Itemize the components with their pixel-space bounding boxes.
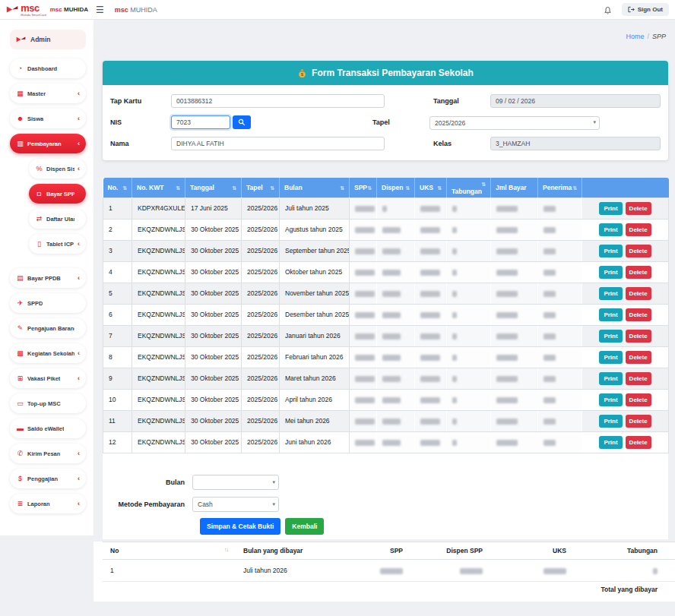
cell-tanggal: 30 Oktober 2025	[185, 261, 242, 283]
sidebar-item-penggajian[interactable]: $ Penggajian ‹	[10, 469, 86, 488]
cell-actions: PrintDelete	[582, 283, 669, 304]
sort-icon: ⇅	[176, 185, 180, 191]
sidebar-item-vakasi-piket[interactable]: ⊞ Vakasi Piket ‹	[10, 368, 86, 388]
print-button[interactable]: Print	[599, 436, 622, 449]
sidebar-item-laporan[interactable]: ≣ Laporan ‹	[10, 494, 86, 513]
print-button[interactable]: Print	[599, 266, 622, 279]
col-header-penerima[interactable]: ⇅Penerima	[538, 178, 582, 197]
print-button[interactable]: Print	[599, 351, 622, 364]
col-header-dispen[interactable]: ⇅Dispen	[377, 178, 415, 197]
sign-out-button[interactable]: Sign Out	[622, 3, 669, 16]
tapel-label: Tapel	[372, 118, 429, 126]
print-button[interactable]: Print	[599, 287, 622, 300]
cell-no: 4	[103, 261, 132, 283]
cell-no: 1	[103, 197, 132, 219]
sidebar-item-sppd[interactable]: ✈ SPPD ‹	[10, 293, 86, 313]
col-header-tapel[interactable]: ⇅Tapel	[242, 178, 280, 197]
hamburger-menu-icon[interactable]: ☰	[96, 5, 104, 15]
cell-no: 6	[103, 304, 132, 325]
cell-actions: PrintDelete	[582, 346, 669, 368]
sidebar-item-saldo-ewallet[interactable]: ▬ Saldo eWallet ‹	[10, 419, 86, 438]
cell-dispen-redacted	[377, 261, 415, 283]
delete-button[interactable]: Delete	[626, 245, 651, 257]
tapel-select[interactable]: 2025/2026	[429, 116, 600, 130]
cell-penerima-redacted	[538, 346, 582, 368]
delete-button[interactable]: Delete	[626, 202, 651, 215]
cell-bulan: November tahun 2025	[280, 283, 350, 304]
cell-tabungan-redacted	[447, 240, 491, 261]
cell-tanggal: 30 Oktober 2025	[185, 346, 242, 368]
sidebar-item-pembayaran[interactable]: ▥ Pembayaran ‹	[10, 134, 86, 153]
print-button[interactable]: Print	[599, 415, 622, 428]
cell-tanggal: 30 Oktober 2025	[185, 283, 242, 304]
sidebar-item-master[interactable]: ▦ Master ‹	[10, 84, 86, 103]
print-button[interactable]: Print	[599, 245, 622, 257]
cell-tanggal: 30 Oktober 2025	[185, 325, 242, 346]
sidebar-item-tablet-icp[interactable]: ▯ Tablet ICP ‹	[29, 234, 86, 254]
sidebar-item-dispen-siswa[interactable]: % Dispen Siswa ‹	[29, 159, 86, 178]
repeat-icon: ⇄	[35, 215, 43, 223]
cell-kwt: EKQZNDWNLJSR	[132, 325, 185, 346]
save-print-button[interactable]: Simpan & Cetak Bukti	[200, 518, 280, 535]
bulan-select[interactable]	[192, 475, 279, 490]
cell-tapel: 2025/2026	[242, 431, 280, 453]
delete-button[interactable]: Delete	[626, 308, 651, 321]
chevron-left-icon: ‹	[78, 475, 80, 482]
sidebar-item-daftar-ulang[interactable]: ⇄ Daftar Ulang ‹	[29, 209, 86, 229]
print-button[interactable]: Print	[599, 223, 622, 236]
sidebar-item-top-up-msc[interactable]: ▭ Top-up MSC ‹	[10, 393, 86, 413]
cell-spp-redacted	[350, 346, 377, 368]
delete-button[interactable]: Delete	[626, 223, 651, 236]
print-button[interactable]: Print	[599, 202, 622, 215]
col-header-uks[interactable]: ⇅UKS	[415, 178, 447, 197]
delete-button[interactable]: Delete	[626, 415, 651, 428]
col-header-bulan[interactable]: ⇅Bulan	[280, 178, 350, 197]
col-header-tabungan[interactable]: ⇅Tabungan	[447, 178, 491, 197]
nama-input[interactable]	[171, 137, 385, 150]
nis-input[interactable]	[171, 115, 230, 129]
print-button[interactable]: Print	[599, 372, 622, 385]
delete-button[interactable]: Delete	[626, 287, 651, 300]
cell-penerima-redacted	[538, 240, 582, 261]
tap-kartu-input[interactable]	[171, 94, 385, 108]
col-header-no[interactable]: ⇅No.	[103, 178, 132, 197]
report-icon: ≣	[16, 500, 24, 507]
cell-no: 11	[103, 410, 132, 431]
sidebar-item-bayar-spp[interactable]: ◘ Bayar SPP ‹	[29, 184, 86, 204]
nis-search-button[interactable]	[233, 115, 251, 129]
sum-col-no[interactable]: ↑↓No	[103, 542, 236, 560]
col-header-jml-bayar[interactable]: Jml Bayar	[491, 178, 538, 197]
app-logo[interactable]: msc Muhida SmartCard msc MUHIDA	[0, 3, 88, 17]
delete-button[interactable]: Delete	[626, 372, 651, 385]
delete-button[interactable]: Delete	[626, 436, 651, 449]
sidebar-item-bayar-ppdb[interactable]: ▤ Bayar PPDB ‹	[10, 268, 86, 288]
sort-icon: ⇅	[405, 185, 410, 191]
back-button[interactable]: Kembali	[285, 518, 324, 535]
delete-button[interactable]: Delete	[626, 393, 651, 406]
notification-bell-icon[interactable]	[604, 5, 612, 14]
chevron-left-icon: ‹	[78, 501, 80, 507]
metode-pembayaran-select[interactable]: Cash	[192, 497, 279, 512]
col-header-no-kwt[interactable]: ⇅No. KWT	[132, 178, 185, 197]
delete-button[interactable]: Delete	[626, 351, 651, 364]
col-header-tanggal[interactable]: ⇅Tanggal	[185, 178, 242, 197]
sidebar-profile[interactable]: Admin	[10, 30, 86, 49]
delete-button[interactable]: Delete	[626, 266, 651, 279]
cell-jml-bayar-redacted	[491, 240, 538, 261]
cell-dispen-redacted	[377, 240, 415, 261]
print-button[interactable]: Print	[599, 393, 622, 406]
msc-ribbon-icon	[16, 36, 26, 43]
sidebar-item-pengajuan-barang[interactable]: ✎ Pengajuan Barang ‹	[10, 318, 86, 338]
delete-button[interactable]: Delete	[626, 330, 651, 343]
sidebar-item-siswa[interactable]: ☻ Siswa ‹	[10, 109, 86, 128]
cell-kwt: KDPXR4GXULEL	[132, 197, 185, 219]
cell-dispen-redacted	[377, 410, 415, 431]
cell-uks-redacted	[415, 410, 447, 431]
sidebar-item-kirim-pesan[interactable]: ✆ Kirim Pesan ‹	[10, 444, 86, 463]
breadcrumb-home-link[interactable]: Home	[626, 33, 644, 40]
print-button[interactable]: Print	[599, 308, 622, 321]
col-header-spp[interactable]: ⇅SPP	[350, 178, 377, 197]
sidebar-item-dashboard[interactable]: ◔ Dashboard ‹	[10, 58, 86, 78]
print-button[interactable]: Print	[599, 330, 622, 343]
sidebar-item-kegiatan-sekolah[interactable]: ▩ Kegiatan Sekolah ‹	[10, 343, 86, 363]
